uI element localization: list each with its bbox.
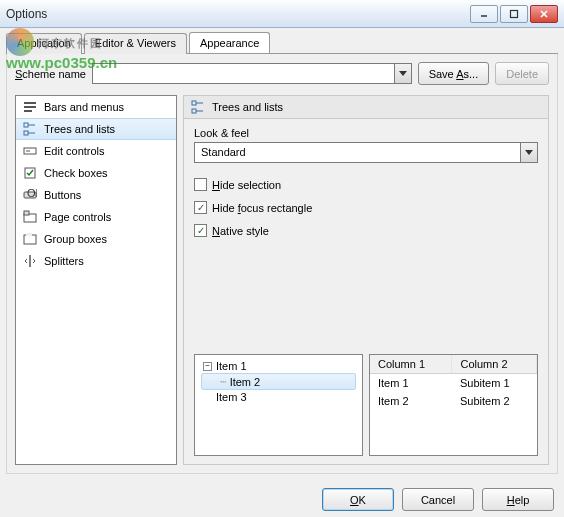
settings-panel: Trees and lists Look & feel Standard Hid… [183, 95, 549, 465]
trees-lists-icon [190, 99, 206, 115]
svg-rect-5 [24, 102, 36, 104]
look-feel-value: Standard [194, 142, 520, 163]
column-header[interactable]: Column 1 [370, 355, 452, 374]
tab-editor-viewers[interactable]: Editor & Viewers [84, 33, 187, 54]
section-body: Look & feel Standard Hide selection Hide… [183, 119, 549, 465]
group-boxes-icon [22, 231, 38, 247]
svg-rect-22 [192, 101, 196, 105]
category-bars-menus[interactable]: Bars and menus [16, 96, 176, 118]
category-group-boxes[interactable]: Group boxes [16, 228, 176, 250]
scheme-combo[interactable] [92, 63, 412, 84]
svg-text:OK: OK [27, 188, 37, 199]
svg-rect-1 [511, 10, 518, 17]
preview-row: − Item 1 ⋯ Item 2 Item 3 [194, 354, 538, 456]
category-trees-lists[interactable]: Trees and lists [16, 118, 176, 140]
tab-panel-appearance: Scheme name Save As... Delete Bars and m… [6, 54, 558, 474]
bars-menus-icon [22, 99, 38, 115]
svg-rect-23 [192, 109, 196, 113]
category-page-controls[interactable]: Page controls [16, 206, 176, 228]
look-feel-dropdown-button[interactable] [520, 142, 538, 163]
look-feel-label: Look & feel [194, 127, 538, 139]
window-buttons [470, 5, 558, 23]
checkbox-icon [194, 224, 207, 237]
tree-item[interactable]: Item 3 [201, 390, 356, 404]
checkbox-icon [194, 201, 207, 214]
scheme-dropdown-button[interactable] [394, 63, 412, 84]
chevron-down-icon [399, 71, 407, 77]
chevron-down-icon [525, 150, 533, 156]
tree-item[interactable]: − Item 1 [201, 359, 356, 373]
preview-tree[interactable]: − Item 1 ⋯ Item 2 Item 3 [194, 354, 363, 456]
svg-rect-19 [24, 235, 36, 244]
cancel-button[interactable]: Cancel [402, 488, 474, 511]
tab-appearance[interactable]: Appearance [189, 32, 270, 53]
list-row[interactable]: Item 1 Subitem 1 [370, 374, 537, 393]
column-header[interactable]: Column 2 [452, 355, 537, 374]
tab-application[interactable]: Application [6, 33, 82, 54]
look-feel-select[interactable]: Standard [194, 142, 538, 163]
dialog-footer: OK Cancel Help [322, 488, 554, 511]
svg-rect-9 [24, 131, 28, 135]
close-button[interactable] [530, 5, 558, 23]
svg-rect-6 [24, 106, 36, 108]
category-buttons[interactable]: OK Buttons [16, 184, 176, 206]
tree-item[interactable]: ⋯ Item 2 [201, 373, 356, 390]
trees-lists-icon [22, 121, 38, 137]
splitters-icon [22, 253, 38, 269]
category-edit-controls[interactable]: Edit controls [16, 140, 176, 162]
tabs: Application Editor & Viewers Appearance [6, 32, 558, 54]
svg-marker-26 [525, 150, 533, 155]
ok-button[interactable]: OK [322, 488, 394, 511]
save-as-button[interactable]: Save As... [418, 62, 490, 85]
delete-button: Delete [495, 62, 549, 85]
scheme-row: Scheme name Save As... Delete [15, 62, 549, 85]
check-boxes-icon [22, 165, 38, 181]
collapse-icon[interactable]: − [203, 362, 212, 371]
native-style-checkbox[interactable]: Native style [194, 224, 538, 237]
tree-branch-icon: ⋯ [220, 375, 226, 388]
titlebar: Options [0, 0, 564, 28]
scheme-label: Scheme name [15, 68, 86, 80]
section-header: Trees and lists [183, 95, 549, 119]
list-row[interactable]: Item 2 Subitem 2 [370, 392, 537, 410]
checkbox-icon [194, 178, 207, 191]
svg-marker-4 [399, 71, 407, 76]
page-controls-icon [22, 209, 38, 225]
window-title: Options [6, 7, 470, 21]
help-button[interactable]: Help [482, 488, 554, 511]
minimize-button[interactable] [470, 5, 498, 23]
svg-rect-20 [26, 233, 32, 236]
svg-rect-7 [24, 110, 32, 112]
category-check-boxes[interactable]: Check boxes [16, 162, 176, 184]
edit-controls-icon [22, 143, 38, 159]
category-list[interactable]: Bars and menus Trees and lists Edit cont… [15, 95, 177, 465]
buttons-icon: OK [22, 187, 38, 203]
preview-list[interactable]: Column 1 Column 2 Item 1 Subitem 1 [369, 354, 538, 456]
hide-selection-checkbox[interactable]: Hide selection [194, 178, 538, 191]
svg-rect-8 [24, 123, 28, 127]
svg-rect-18 [24, 211, 29, 215]
maximize-button[interactable] [500, 5, 528, 23]
hide-focus-checkbox[interactable]: Hide focus rectangle [194, 201, 538, 214]
category-splitters[interactable]: Splitters [16, 250, 176, 272]
scheme-input[interactable] [92, 63, 394, 84]
